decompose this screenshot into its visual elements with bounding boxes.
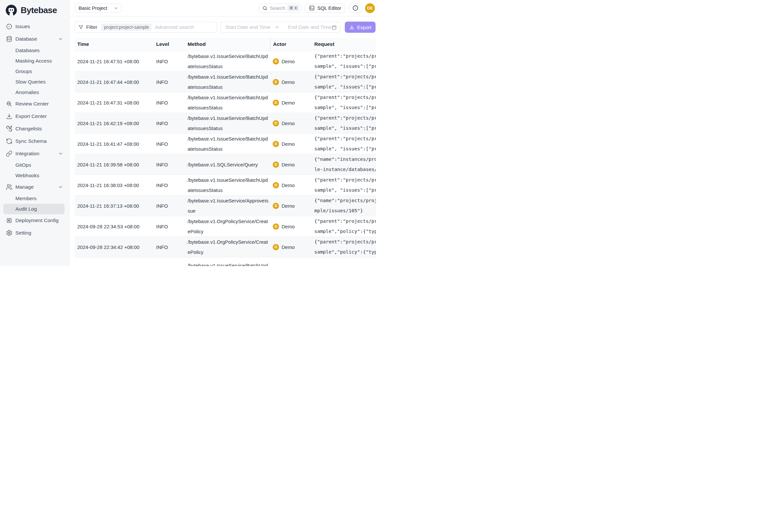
cell-time: 2024-11-21 16:37:13 +08:00: [75, 196, 154, 216]
cell-level: INFO: [154, 216, 185, 236]
sidebar-item-members[interactable]: Members: [3, 193, 65, 204]
sidebar-item-setting[interactable]: Setting: [3, 227, 65, 239]
actor-avatar: D: [273, 141, 279, 147]
method-text: /bytebase.v1.IssueService/ApproveIssue: [188, 196, 270, 216]
document-icon: [6, 217, 13, 224]
actor-name: Demo: [282, 100, 295, 106]
sidebar-item-slow-queries[interactable]: Slow Queries: [3, 77, 65, 87]
method-text: /bytebase.v1.IssueService/BatchUpdateIss…: [188, 92, 270, 113]
request-json-line: {"name":"projects/proj: [314, 196, 376, 206]
sidebar-item-export-center[interactable]: Export Center: [3, 110, 65, 122]
cell-request: {"parent":"projects/pr: [312, 258, 376, 266]
table-row[interactable]: /bytebase.v1.IssueService/BatchUpdateIss…: [75, 257, 376, 266]
request-json-line: {"parent":"projects/pr: [314, 113, 376, 123]
export-button[interactable]: Export: [345, 22, 376, 33]
filter-label: Filter: [86, 24, 97, 30]
cell-actor: D Demo: [270, 92, 312, 113]
table-row[interactable]: 2024-11-21 16:39:58 +08:00 INFO /bytebas…: [75, 154, 376, 174]
sidebar-item-integration[interactable]: Integration: [3, 147, 65, 160]
sql-editor-button[interactable]: SQL Editor: [305, 4, 346, 13]
sidebar-item-issues[interactable]: Issues: [3, 20, 65, 33]
actor-name: Demo: [282, 59, 295, 64]
terminal-icon: [309, 5, 315, 11]
cell-level: INFO: [154, 196, 185, 216]
cell-method: /bytebase.v1.IssueService/ApproveIssue: [185, 196, 270, 216]
column-header-method: Method: [185, 38, 270, 51]
method-text: /bytebase.v1.SQLService/Query: [188, 160, 270, 170]
actor-avatar: D: [273, 120, 279, 126]
cell-time: 2024-09-28 22:34:53 +08:00: [75, 216, 154, 236]
request-json-line: le-instance/databases/: [314, 165, 376, 174]
actor-name: Demo: [282, 162, 295, 168]
issue-circle-button[interactable]: [349, 4, 361, 13]
sidebar-item-webhooks[interactable]: Webhooks: [3, 170, 65, 181]
pencil-ruler-icon: [6, 125, 13, 132]
date-range-picker[interactable]: Start Date and Time End Date and Time: [220, 22, 341, 33]
sidebar-item-label: GitOps: [15, 162, 31, 168]
cell-actor: D Demo: [270, 237, 312, 257]
table-row[interactable]: 2024-11-21 16:47:31 +08:00 INFO /bytebas…: [75, 92, 376, 113]
bytebase-logo-icon: [5, 4, 17, 16]
sidebar-item-label: Setting: [15, 230, 31, 236]
request-json-line: {"parent":"projects/pr: [314, 175, 376, 185]
sidebar-item-review-center[interactable]: Review Center: [3, 98, 65, 110]
sidebar-item-label: Members: [15, 196, 37, 202]
chevron-down-icon: [113, 6, 118, 11]
request-json-line: mple/issues/105"}: [314, 206, 363, 216]
advanced-search-input[interactable]: Filter project:project-sample Advanced s…: [75, 22, 217, 33]
search-button[interactable]: Search ⌘ K: [259, 4, 301, 13]
sidebar-item-groups[interactable]: Groups: [3, 66, 65, 77]
method-text: /bytebase.v1.IssueService/BatchUpdateIss…: [188, 261, 270, 266]
cell-actor: D Demo: [270, 154, 312, 174]
start-date-input[interactable]: Start Date and Time: [225, 24, 274, 30]
sidebar-item-audit-log[interactable]: Audit Log: [3, 204, 65, 214]
database-icon: [6, 36, 13, 42]
table-row[interactable]: 2024-11-21 16:37:13 +08:00 INFO /bytebas…: [75, 195, 376, 216]
filter-chip[interactable]: project:project-sample: [101, 24, 152, 31]
sidebar-item-manage[interactable]: Manage: [3, 181, 65, 193]
sidebar-nav: Issues Database Databases Masking Access…: [0, 20, 69, 239]
table-row[interactable]: 2024-11-21 16:47:51 +08:00 INFO /bytebas…: [75, 51, 376, 72]
table-row[interactable]: 2024-11-21 16:38:03 +08:00 INFO /bytebas…: [75, 174, 376, 195]
cell-method: /bytebase.v1.IssueService/BatchUpdateIss…: [185, 175, 270, 195]
table-row[interactable]: 2024-11-21 16:41:47 +08:00 INFO /bytebas…: [75, 133, 376, 154]
actor-avatar: D: [273, 162, 279, 168]
actor-name: Demo: [282, 121, 295, 126]
user-avatar[interactable]: DE: [365, 3, 375, 13]
audit-log-table: Time Level Method Actor Request 2024-11-…: [75, 38, 376, 266]
cell-request: {"parent":"projects/prsample", "issues":…: [312, 92, 376, 113]
sidebar-item-database[interactable]: Database: [3, 33, 65, 45]
project-select[interactable]: Basic Project: [75, 4, 121, 13]
circle-dot-icon: [6, 23, 13, 30]
sidebar-item-anomalies[interactable]: Anomalies: [3, 87, 65, 98]
request-json-line: sample","policy":{"typ: [314, 247, 376, 257]
bytebase-logo[interactable]: Bytebase: [0, 0, 69, 16]
cell-method: /bytebase.v1.IssueService/BatchUpdateIss…: [185, 258, 270, 266]
cell-time: 2024-11-21 16:42:19 +08:00: [75, 113, 154, 133]
sidebar-item-changelists[interactable]: Changelists: [3, 122, 65, 135]
chevron-down-icon: [58, 36, 63, 42]
table-row[interactable]: 2024-09-28 22:34:42 +08:00 INFO /bytebas…: [75, 236, 376, 257]
method-text: /bytebase.v1.IssueService/BatchUpdateIss…: [188, 72, 270, 92]
request-json-line: {"parent":"projects/pr: [314, 51, 376, 61]
cell-time: 2024-11-21 16:38:03 +08:00: [75, 175, 154, 195]
table-row[interactable]: 2024-11-21 16:42:19 +08:00 INFO /bytebas…: [75, 113, 376, 133]
actor-avatar: D: [273, 79, 279, 85]
sidebar-item-sync-schema[interactable]: Sync Schema: [3, 135, 65, 147]
sidebar-item-masking-access[interactable]: Masking Access: [3, 56, 65, 66]
cell-actor: D Demo: [270, 134, 312, 154]
cell-method: /bytebase.v1.IssueService/BatchUpdateIss…: [185, 113, 270, 133]
table-row[interactable]: 2024-09-28 22:34:53 +08:00 INFO /bytebas…: [75, 216, 376, 236]
sidebar-item-gitops[interactable]: GitOps: [3, 160, 65, 170]
table-header: Time Level Method Actor Request: [75, 38, 376, 51]
end-date-input[interactable]: End Date and Time: [288, 24, 331, 30]
users-icon: [6, 184, 13, 190]
sidebar-item-deployment-config[interactable]: Deployment Config: [3, 214, 65, 227]
sidebar-item-databases[interactable]: Databases: [3, 45, 65, 56]
table-row[interactable]: 2024-11-21 16:47:44 +08:00 INFO /bytebas…: [75, 72, 376, 92]
cell-level: INFO: [154, 154, 185, 174]
method-text: /bytebase.v1.IssueService/BatchUpdateIss…: [188, 175, 270, 195]
sidebar-item-label: Export Center: [15, 113, 47, 119]
refresh-icon: [6, 138, 13, 144]
sidebar-item-label: Slow Queries: [15, 79, 45, 85]
